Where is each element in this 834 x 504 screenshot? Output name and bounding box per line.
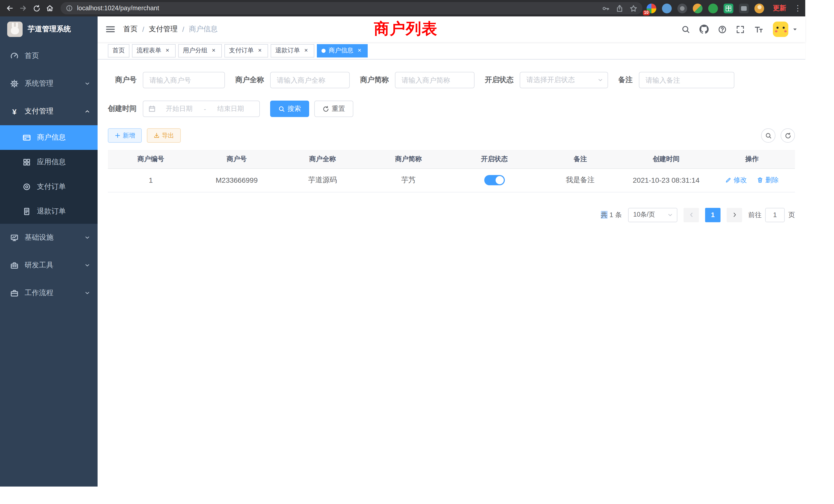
sidebar-item-workflow[interactable]: 工作流程 (0, 279, 97, 307)
sidebar-item-label: 基础设施 (25, 233, 53, 242)
password-key-icon[interactable] (602, 4, 610, 12)
toolbox-icon (10, 261, 19, 270)
sidebar-item-home[interactable]: 首页 (0, 42, 97, 70)
extension-icon[interactable]: 10 (646, 3, 656, 13)
font-size-icon[interactable] (749, 17, 768, 42)
close-icon[interactable]: × (164, 47, 171, 54)
search-button[interactable]: 搜索 (270, 100, 309, 117)
sidebar-item-refund-order[interactable]: 退款订单 (0, 199, 97, 224)
app-logo[interactable]: 芋道管理系统 (0, 17, 97, 42)
help-icon[interactable] (713, 17, 731, 42)
tags-view-bar: 首页 流程表单 × 用户分组 × 支付订单 × 退款订单 (97, 42, 805, 60)
sidebar-item-system[interactable]: 系统管理 (0, 70, 97, 97)
active-dot (322, 48, 326, 53)
goto-label: 前往 (748, 210, 762, 220)
sidebar-item-pay-order[interactable]: 支付订单 (0, 175, 97, 199)
cell-status (452, 168, 537, 192)
close-icon[interactable]: × (210, 47, 217, 54)
sidebar-item-payment[interactable]: ¥ 支付管理 (0, 97, 97, 125)
status-select[interactable]: 请选择开启状态 (520, 72, 608, 88)
extension-icon[interactable] (739, 3, 749, 13)
monitor-icon (10, 233, 19, 242)
refresh-table-button[interactable] (781, 128, 795, 143)
profile-avatar-icon[interactable] (754, 3, 764, 13)
share-icon[interactable] (616, 4, 623, 12)
remark-input[interactable] (639, 72, 734, 88)
page-content: 商户号 商户全称 商户简称 开启状态 (97, 60, 805, 486)
navbar-right (677, 17, 802, 42)
browser-reload-button[interactable] (30, 2, 43, 15)
breadcrumb-item-home[interactable]: 首页 (123, 25, 138, 34)
extension-icon[interactable] (724, 3, 733, 13)
extension-icon[interactable] (708, 3, 718, 13)
sidebar-item-app-info[interactable]: 应用信息 (0, 150, 97, 175)
browser-address-bar[interactable]: localhost:1024/pay/merchant (61, 2, 642, 14)
merchant-name-input[interactable] (270, 72, 350, 88)
merchant-short-name-input[interactable] (395, 72, 475, 88)
breadcrumb-item-payment[interactable]: 支付管理 (149, 25, 178, 34)
extension-icon[interactable] (693, 3, 703, 13)
close-icon[interactable]: × (256, 47, 263, 54)
browser-menu-icon[interactable]: ⋮ (794, 4, 800, 13)
merchant-no-input[interactable] (143, 72, 225, 88)
bookmark-star-icon[interactable] (630, 4, 637, 12)
chevron-down-icon (84, 262, 90, 269)
trash-icon (757, 177, 763, 183)
card-icon (23, 134, 31, 142)
create-time-range-picker[interactable]: 开始日期 - 结束日期 (143, 100, 260, 117)
hamburger-icon[interactable] (97, 17, 123, 42)
reset-button[interactable]: 重置 (314, 100, 353, 117)
screen: localhost:1024/pay/merchant 10 更新 ⋮ (0, 0, 834, 504)
user-avatar-menu[interactable] (768, 22, 802, 37)
export-button[interactable]: 导出 (147, 128, 181, 143)
tab-pay-order[interactable]: 支付订单 × (224, 44, 268, 57)
goto-page-input[interactable] (765, 208, 785, 222)
fullscreen-icon[interactable] (731, 17, 749, 42)
avatar (773, 22, 788, 37)
col-header: 商户号 (194, 150, 280, 168)
extension-badge: 10 (643, 10, 650, 15)
browser-home-button[interactable] (43, 2, 57, 15)
tab-merchant-info[interactable]: 商户信息 × (317, 44, 368, 57)
sidebar-item-label: 应用信息 (37, 158, 66, 167)
site-info-icon[interactable] (66, 5, 73, 12)
edit-link[interactable]: 修改 (725, 176, 747, 185)
tab-process-form[interactable]: 流程表单 × (132, 44, 176, 57)
extension-icon[interactable] (677, 3, 687, 13)
tab-user-group[interactable]: 用户分组 × (178, 44, 222, 57)
search-icon (765, 132, 772, 139)
extension-icon[interactable] (662, 3, 672, 13)
tab-refund-order[interactable]: 退款订单 × (271, 44, 314, 57)
toggle-search-button[interactable] (761, 128, 775, 143)
app-title: 芋道管理系统 (28, 25, 71, 34)
header-search-icon[interactable] (677, 17, 695, 42)
prev-page-button[interactable] (683, 208, 699, 222)
search-icon (278, 106, 285, 112)
status-toggle[interactable] (484, 175, 505, 185)
col-header: 开启状态 (452, 150, 537, 168)
browser-update-button[interactable]: 更新 (773, 4, 786, 13)
refresh-icon (323, 106, 329, 112)
github-icon[interactable] (695, 17, 713, 42)
remark-label: 备注 (618, 75, 633, 85)
browser-forward-button[interactable] (17, 2, 30, 15)
tab-home[interactable]: 首页 (108, 44, 129, 57)
page-size-select[interactable]: 10条/页 (628, 208, 677, 222)
page-number-button[interactable]: 1 (705, 208, 721, 222)
browser-back-button[interactable] (3, 2, 17, 15)
delete-link[interactable]: 删除 (757, 176, 779, 185)
sidebar-item-merchant-info[interactable]: 商户信息 (0, 125, 97, 150)
create-time-label: 创建时间 (108, 104, 137, 113)
sidebar-item-dev-tools[interactable]: 研发工具 (0, 251, 97, 279)
yen-icon: ¥ (10, 107, 19, 116)
download-icon (154, 132, 160, 139)
edit-icon (725, 177, 731, 183)
filter-row-1: 商户号 商户全称 商户简称 开启状态 (108, 72, 795, 88)
sidebar-item-infrastructure[interactable]: 基础设施 (0, 224, 97, 251)
filter-row-2: 创建时间 开始日期 - 结束日期 搜索 (108, 100, 795, 117)
add-button[interactable]: 新增 (108, 128, 142, 143)
close-icon[interactable]: × (303, 47, 310, 54)
table-toolbar: 新增 导出 (108, 128, 795, 143)
next-page-button[interactable] (727, 208, 742, 222)
close-icon[interactable]: × (356, 47, 363, 54)
